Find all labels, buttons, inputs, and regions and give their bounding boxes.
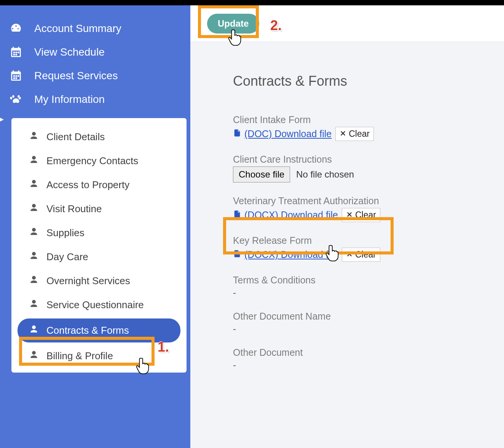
group-vet-auth: Veterinary Treatment Authorization (DOCX…: [233, 195, 504, 222]
clear-vet-auth[interactable]: Clear: [342, 208, 380, 222]
sub-label: Emergency Contacts: [46, 155, 138, 167]
field-label: Other Document: [233, 347, 504, 358]
sub-label: Overnight Services: [46, 275, 130, 287]
download-link-text: (DOCX) Download file: [244, 249, 338, 260]
group-client-intake: Client Intake Form (DOC) Download file C…: [233, 114, 504, 141]
update-button[interactable]: Update: [207, 14, 259, 34]
file-icon: [233, 209, 241, 221]
file-icon: [233, 128, 241, 140]
sub-day-care[interactable]: Day Care: [11, 245, 187, 269]
field-label: Other Document Name: [233, 311, 504, 322]
sub-emergency-contacts[interactable]: Emergency Contacts: [11, 149, 187, 173]
sub-supplies[interactable]: Supplies: [11, 221, 187, 245]
nav-label: Request Services: [34, 70, 118, 82]
sub-contracts-forms[interactable]: Contracts & Forms: [18, 318, 180, 342]
sub-visit-routine[interactable]: Visit Routine: [11, 197, 187, 221]
nav-account-summary[interactable]: Account Summary: [0, 17, 190, 40]
clear-key-release[interactable]: Clear: [342, 248, 380, 262]
person-icon: [29, 154, 39, 168]
paw-icon: [9, 93, 23, 106]
sidebar: Account Summary View Schedule Request Se…: [0, 5, 190, 448]
calendar-icon: [9, 69, 23, 82]
field-label: Client Intake Form: [233, 114, 504, 125]
window-top-bar: [0, 0, 504, 5]
person-icon: [29, 349, 39, 363]
field-value: -: [233, 323, 504, 334]
clear-text: Clear: [349, 129, 370, 139]
group-care-instructions: Client Care Instructions Choose file No …: [233, 154, 504, 182]
sub-label: Billing & Profile: [46, 350, 113, 362]
sub-client-details[interactable]: Client Details: [11, 125, 187, 149]
sub-label: Client Details: [46, 131, 105, 143]
choose-file-button[interactable]: Choose file: [233, 166, 290, 182]
person-icon: [29, 324, 39, 337]
sub-label: Day Care: [46, 251, 88, 263]
field-label: Client Care Instructions: [233, 154, 504, 165]
sub-service-questionnaire[interactable]: Service Questionnaire: [11, 293, 187, 317]
download-vet-auth[interactable]: (DOCX) Download file: [233, 209, 338, 221]
x-icon: [340, 129, 346, 139]
field-value: -: [233, 287, 504, 298]
field-label: Terms & Conditions: [233, 275, 504, 286]
nav-label: View Schedule: [34, 46, 105, 58]
nav-label: My Information: [34, 93, 105, 106]
group-other-doc: Other Document -: [233, 347, 504, 370]
field-value: -: [233, 360, 504, 370]
sub-overnight-services[interactable]: Overnight Services: [11, 269, 187, 293]
content: Contracts & Forms Client Intake Form (DO…: [190, 42, 504, 370]
no-file-text: No file chosen: [296, 169, 354, 180]
toolbar: Update: [190, 5, 504, 42]
calendar-icon: [9, 46, 23, 59]
field-label: Veterinary Treatment Authorization: [233, 195, 504, 206]
person-icon: [29, 202, 39, 216]
sub-label: Visit Routine: [46, 203, 102, 215]
file-icon: [233, 249, 241, 261]
sub-access-property[interactable]: Access to Property: [11, 173, 187, 197]
download-link-text: (DOC) Download file: [244, 128, 332, 139]
nav-my-information[interactable]: My Information: [0, 88, 190, 111]
nav-request-services[interactable]: Request Services: [0, 64, 190, 88]
person-icon: [29, 298, 39, 312]
group-terms: Terms & Conditions -: [233, 275, 504, 298]
x-icon: [346, 210, 353, 220]
group-key-release: Key Release Form (DOCX) Download file Cl…: [233, 235, 504, 262]
dashboard-icon: [9, 22, 23, 35]
download-link-text: (DOCX) Download file: [244, 210, 338, 221]
sub-label: Service Questionnaire: [46, 299, 144, 311]
person-icon: [29, 250, 39, 264]
nav-label: Account Summary: [34, 22, 121, 35]
download-key-release[interactable]: (DOCX) Download file: [233, 249, 338, 261]
nav-view-schedule[interactable]: View Schedule: [0, 40, 190, 64]
person-icon: [29, 226, 39, 240]
person-icon: [29, 130, 39, 144]
main-panel: Update Contracts & Forms Client Intake F…: [190, 5, 504, 448]
sub-label: Contracts & Forms: [46, 325, 129, 336]
x-icon: [346, 250, 353, 260]
clear-client-intake[interactable]: Clear: [335, 127, 374, 141]
sub-label: Access to Property: [46, 179, 129, 191]
field-label: Key Release Form: [233, 235, 504, 246]
sub-label: Supplies: [46, 227, 85, 239]
clear-text: Clear: [355, 210, 376, 220]
sub-billing-profile[interactable]: Billing & Profile: [11, 344, 187, 368]
page-title: Contracts & Forms: [233, 73, 504, 89]
subnav-panel: Client Details Emergency Contacts Access…: [11, 118, 187, 373]
caret-right-icon: [0, 117, 4, 124]
person-icon: [29, 178, 39, 192]
clear-text: Clear: [355, 250, 376, 260]
group-other-name: Other Document Name -: [233, 311, 504, 334]
svg-marker-0: [0, 117, 4, 122]
person-icon: [29, 274, 39, 288]
download-client-intake[interactable]: (DOC) Download file: [233, 128, 332, 140]
